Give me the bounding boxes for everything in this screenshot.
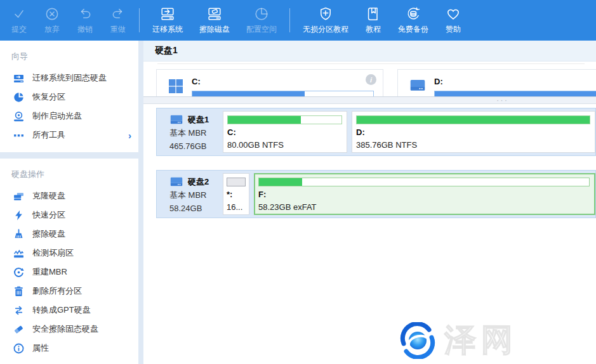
sidebar-item-label: 克隆硬盘 [32,190,65,202]
volume-label: C: [192,77,374,86]
sidebar-item-recover-partition[interactable]: 恢复分区 [0,88,138,107]
sidebar-item-delete-partitions[interactable]: 删除所有分区 [0,282,138,301]
partition-usage-bar [258,178,590,186]
partition-f-selected[interactable]: F: 58.23GB exFAT [254,173,595,215]
redo-button[interactable]: 重做 [102,0,135,41]
info-icon[interactable]: i [366,74,376,85]
partition-info: 16... [227,202,246,212]
shield-plus-icon [317,6,334,22]
donate-button[interactable]: 赞助 [437,0,470,41]
migrate-os-label: 迁移系统 [152,24,183,35]
partition-unallocated[interactable]: *: 16... [223,173,249,215]
partition-d[interactable]: D: 385.76GB NTFS [352,111,595,153]
sidebar-item-label: 所有工具 [32,129,65,141]
disk-row-2: 硬盘2 基本 MBR 58.24GB *: 16... F: 58.23GB e… [156,170,596,218]
migrate-os-button[interactable]: 迁移系统 [144,0,191,41]
sidebar-item-label: 安全擦除固态硬盘 [32,323,98,335]
section-title-disk-operations: 硬盘操作 [0,161,138,186]
partition-usage-bar [356,115,590,124]
sidebar-item-label: 擦除硬盘 [32,228,65,240]
partition-info: 58.23GB exFAT [258,202,594,212]
discard-button[interactable]: 放弃 [36,0,69,41]
overview-card-c[interactable]: C: i [156,69,383,96]
toolbar: 提交 放弃 撤销 重做 迁移系统 擦除磁盘 配置空间 无损分区教程 教程 免费备… [0,0,596,41]
wipe-drive-broom-icon [13,229,24,240]
volume-usage-bar [192,91,374,96]
watermark: 泽网 [397,319,518,361]
tab-disk1[interactable]: 硬盘1 [155,45,178,56]
disk2-info[interactable]: 硬盘2 基本 MBR 58.24GB [157,171,220,218]
discard-label: 放弃 [44,24,60,35]
sidebar-item-clone-disk[interactable]: 克隆硬盘 [0,186,138,205]
sidebar-item-rebuild-mbr[interactable]: 重建MBR [0,263,138,282]
discard-circle-x-icon [44,6,60,22]
sidebar-item-bootable-media[interactable]: 制作启动光盘 [0,107,138,126]
partition-info: 385.76GB NTFS [356,140,595,150]
sidebar-item-label: 制作启动光盘 [32,110,82,122]
partition-tutorial-button[interactable]: 无损分区教程 [295,0,357,41]
allocate-space-pie-icon [253,6,270,22]
commit-button[interactable]: 提交 [3,0,36,41]
sidebar-section-disk-operations: 硬盘操作 克隆硬盘 快速分区 擦除硬盘 检测坏扇区 重建MBR 删除所有分区 转… [0,159,138,364]
sidebar-item-label: 属性 [32,342,49,354]
sidebar-item-convert-gpt[interactable]: 转换成GPT硬盘 [0,301,138,320]
main-panel: 硬盘1 C: i D: [143,41,596,364]
tutorial-book-icon [365,6,381,22]
hard-disk-icon [169,114,183,126]
migrate-to-ssd-icon [13,73,24,84]
redo-arrow-icon [110,6,126,22]
sidebar-item-all-tools[interactable]: 所有工具 › [0,126,138,145]
volume-usage-bar [434,91,596,96]
windows-logo-icon [168,79,183,96]
free-backup-button[interactable]: 免费备份 [390,0,437,41]
sidebar: 向导 迁移系统到固态硬盘 恢复分区 制作启动光盘 所有工具 › 硬盘操作 克隆硬… [0,41,138,364]
sidebar-item-label: 恢复分区 [32,91,65,103]
watermark-text: 泽网 [444,319,518,361]
wipe-disk-label: 擦除磁盘 [199,24,230,35]
bootable-media-icon [13,111,24,122]
partition-label: F: [258,190,594,199]
wipe-disk-button[interactable]: 擦除磁盘 [191,0,238,41]
volume-label: D: [434,77,596,86]
backup-database-icon [405,6,421,22]
allocate-space-button[interactable]: 配置空间 [238,0,285,41]
properties-info-icon [13,343,24,354]
overview-card-d[interactable]: D: [397,69,596,96]
delete-partitions-trash-icon [13,286,24,297]
tutorial-button[interactable]: 教程 [357,0,390,41]
sidebar-item-quick-partition[interactable]: 快速分区 [0,205,138,224]
partition-info: 80.00GB NTFS [227,140,347,150]
disk-bus-type: 基本 MBR [169,126,220,140]
toolbar-divider [289,8,290,32]
disk-row-1: 硬盘1 基本 MBR 465.76GB C: 80.00GB NTFS D: 3… [156,108,596,156]
drive-volume-icon [409,79,426,96]
bad-sector-wave-icon [13,248,24,259]
toolbar-divider [139,8,140,32]
sidebar-item-label: 迁移系统到固态硬盘 [32,72,107,84]
rebuild-mbr-cycle-icon [13,267,24,278]
secure-erase-eraser-icon [13,324,24,335]
recover-partition-pie-icon [13,92,24,103]
disk1-info[interactable]: 硬盘1 基本 MBR 465.76GB [157,108,220,155]
sidebar-section-wizard: 向导 迁移系统到固态硬盘 恢复分区 制作启动光盘 所有工具 › [0,41,138,152]
disk-size: 465.76GB [169,140,220,153]
sidebar-item-label: 删除所有分区 [32,285,82,297]
sidebar-item-label: 快速分区 [32,209,65,221]
sidebar-item-bad-sector[interactable]: 检测坏扇区 [0,244,138,263]
volume-overview-strip: C: i D: [143,62,596,96]
sidebar-item-migrate-to-ssd[interactable]: 迁移系统到固态硬盘 [0,68,138,88]
section-title-wizard: 向导 [0,43,138,68]
sidebar-item-secure-erase[interactable]: 安全擦除固态硬盘 [0,320,138,339]
disk-size: 58.24GB [169,202,220,215]
disk-name: 硬盘1 [188,113,209,126]
splitter-handle[interactable]: ··· [143,96,596,104]
undo-label: 撤销 [77,24,93,35]
allocate-space-label: 配置空间 [246,24,277,35]
undo-button[interactable]: 撤销 [69,0,102,41]
sidebar-item-wipe-drive[interactable]: 擦除硬盘 [0,224,138,244]
sidebar-item-properties[interactable]: 属性 [0,339,138,358]
partition-c[interactable]: C: 80.00GB NTFS [223,111,347,153]
watermark-swirl-logo-icon [397,322,438,359]
sidebar-item-label: 转换成GPT硬盘 [32,304,91,316]
partition-usage-bar [227,115,342,124]
